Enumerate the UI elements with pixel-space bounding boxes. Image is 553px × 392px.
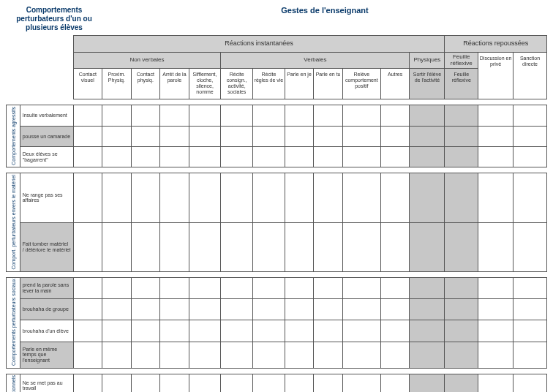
- col-c10: Relève comportement positif: [342, 69, 380, 99]
- col-sanction: Sanction directe: [514, 52, 547, 99]
- col-c11: Autres: [380, 69, 410, 99]
- col-c6: Récite consign., activité, sociales: [221, 69, 253, 99]
- hdr-verbal: Verbales: [221, 52, 410, 69]
- g2r1-label: Ne range pas ses affaires: [20, 173, 73, 222]
- row-g2r2: Fait tomber matériel / détériore le maté…: [7, 222, 547, 271]
- g1r1-label: Insulte verbalement: [20, 105, 73, 126]
- col-c2: Proxim. Physiq.: [102, 69, 132, 99]
- observation-grid: Réactions instantanées Réactions repouss…: [6, 35, 547, 392]
- title-left: Comportements perturbateurs d'un ou plus…: [6, 6, 102, 32]
- col-c5: Sifflement, cloche, silence, nomme: [189, 69, 221, 99]
- title-main: Gestes de l'enseignant: [102, 6, 547, 32]
- row-g2r1: Comport. perturbateurs envers le matérie…: [7, 173, 547, 222]
- g4r1-label: Ne se met pas au travail: [20, 374, 73, 392]
- col-c13: Feuille réflexive: [445, 69, 478, 99]
- g1r2-label: pousse un camarade: [20, 126, 73, 146]
- g3r1-label: prend la parole sans lever la main: [20, 277, 73, 298]
- title-bar: Comportements perturbateurs d'un ou plus…: [6, 6, 547, 32]
- col-c7: Récite règles de vie: [253, 69, 285, 99]
- group2-label: Comport. perturbateurs envers le matérie…: [7, 173, 20, 272]
- row-g3r1: Comportements perturbateurs sociaux pren…: [7, 277, 547, 298]
- col-discussion: Discussion en privé: [478, 52, 514, 99]
- col-c4: Arrêt de la parole: [160, 69, 189, 99]
- header-row-3: Contact visuel Proxim. Physiq. Contact p…: [7, 69, 547, 99]
- row-g4r1: Comportements occupationnels Ne se met p…: [7, 374, 547, 392]
- group3-label: Comportements perturbateurs sociaux: [7, 277, 20, 368]
- row-g1r3: Deux élèves se "bagarrent": [7, 146, 547, 167]
- g1r3-label: Deux élèves se "bagarrent": [20, 146, 73, 167]
- col-c1: Contact visuel: [73, 69, 102, 99]
- g3r4-label: Parle en même temps que l'enseignant: [20, 342, 73, 368]
- hdr-instant: Réactions instantanées: [73, 36, 445, 53]
- row-g3r2: brouhaha de groupe: [7, 299, 547, 320]
- header-row-1: Réactions instantanées Réactions repouss…: [7, 36, 547, 53]
- header-row-2: Non verbales Verbales Physiques Feuille …: [7, 52, 547, 69]
- g2r2-label: Fait tomber matériel / détériore le maté…: [20, 222, 73, 271]
- hdr-phys: Physiques: [410, 52, 445, 69]
- hdr-nonverbal: Non verbales: [73, 52, 221, 69]
- col-c12: Sortir l'élève de l'activité: [410, 69, 445, 99]
- row-g3r4: Parle en même temps que l'enseignant: [7, 342, 547, 368]
- g3r3-label: brouhaha d'un élève: [20, 320, 73, 342]
- row-g1r1: Comportements agressifs Insulte verbalem…: [7, 105, 547, 126]
- hdr-delayed: Réactions repoussées: [445, 36, 547, 53]
- hdr-reflex: Feuille réflexive: [445, 52, 478, 69]
- col-c3: Contact physiq.: [131, 69, 160, 99]
- group4-label: Comportements occupationnels: [7, 374, 20, 392]
- col-c8: Parle en je: [285, 69, 314, 99]
- g3r2-label: brouhaha de groupe: [20, 299, 73, 320]
- col-c9: Parle en tu: [314, 69, 343, 99]
- row-g3r3: brouhaha d'un élève: [7, 320, 547, 342]
- row-g1r2: pousse un camarade: [7, 126, 547, 146]
- group1-label: Comportements agressifs: [7, 105, 20, 167]
